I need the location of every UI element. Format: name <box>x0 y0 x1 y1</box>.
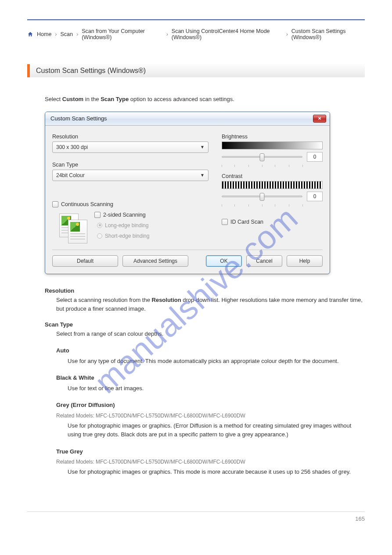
cancel-button[interactable]: Cancel <box>246 255 282 267</box>
chevron-right-icon: › <box>286 31 288 37</box>
resolution-label: Resolution <box>52 134 209 140</box>
slider-ticks <box>222 163 302 167</box>
lead-text: Select <box>45 96 62 102</box>
caret-down-icon: ▼ <box>200 145 205 149</box>
scantype-label: Scan Type <box>52 162 209 168</box>
breadcrumb-item[interactable]: Custom Scan Settings (Windows®) <box>291 28 365 40</box>
contrast-slider[interactable] <box>222 196 302 197</box>
field-bw-desc: Use for text or line art images. <box>68 384 365 393</box>
continuous-label: Continuous Scanning <box>61 201 113 207</box>
home-icon[interactable] <box>27 31 33 37</box>
contrast-pattern <box>222 181 323 189</box>
field-resolution-name: Resolution <box>45 287 365 294</box>
dialog-titlebar: Custom Scan Settings ✕ <box>45 112 330 126</box>
scantype-select[interactable]: 24bit Colour ▼ <box>52 170 209 181</box>
section-header: Custom Scan Settings (Windows®) <box>27 64 365 77</box>
radio-icon <box>97 233 102 239</box>
section-title: Custom Scan Settings (Windows®) <box>36 67 146 75</box>
lead-bold: Custom <box>62 96 83 102</box>
lead-text: in the <box>83 96 101 102</box>
breadcrumb-item[interactable]: Scan Using ControlCenter4 Home Mode (Win… <box>172 28 283 40</box>
checkbox-icon <box>222 219 228 225</box>
two-sided-checkbox[interactable]: 2-sided Scanning <box>94 212 209 218</box>
chevron-right-icon: › <box>166 31 168 37</box>
brightness-value[interactable]: 0 <box>307 152 323 162</box>
field-truegrey-desc: Use for photographic images or graphics.… <box>68 468 365 476</box>
section-accent <box>27 64 30 77</box>
continuous-scanning-checkbox[interactable]: Continuous Scanning <box>52 201 209 207</box>
slider-thumb-icon[interactable] <box>260 153 265 161</box>
advanced-settings-button[interactable]: Advanced Settings <box>122 255 188 267</box>
slider-ticks <box>222 203 302 207</box>
long-edge-radio: Long-edge binding <box>97 222 209 229</box>
field-scantype-desc: Select from a range of scan colour depth… <box>56 330 365 338</box>
short-edge-radio: Short-edge binding <box>97 233 209 239</box>
long-edge-label: Long-edge binding <box>105 222 148 229</box>
idcard-checkbox[interactable]: ID Card Scan <box>222 219 323 225</box>
field-bw-name: Black & White <box>56 374 365 382</box>
two-sided-label: 2-sided Scanning <box>103 212 146 218</box>
brightness-label: Brightness <box>222 134 323 140</box>
lead-text: option to access advanced scan settings. <box>129 96 234 102</box>
radio-icon <box>97 223 102 228</box>
dialog-title: Custom Scan Settings <box>50 115 107 122</box>
field-scantype-name: Scan Type <box>45 321 365 328</box>
lead-bold: Scan Type <box>101 96 129 102</box>
breadcrumb-item[interactable]: Scan from Your Computer (Windows®) <box>82 28 162 40</box>
breadcrumb: Home › Scan › Scan from Your Computer (W… <box>27 28 365 40</box>
field-truegrey-name: True Grey <box>56 447 365 456</box>
scantype-value: 24bit Colour <box>56 172 85 178</box>
slider-thumb-icon[interactable] <box>260 193 265 201</box>
lead-paragraph: Select Custom in the Scan Type option to… <box>45 95 365 104</box>
top-rule <box>27 19 365 20</box>
ok-button[interactable]: OK <box>206 255 242 267</box>
two-sided-illustration <box>59 214 88 245</box>
checkbox-icon <box>94 212 101 218</box>
contrast-label: Contrast <box>222 173 323 179</box>
help-button[interactable]: Help <box>287 255 323 267</box>
resolution-value: 300 x 300 dpi <box>56 144 88 150</box>
contrast-value[interactable]: 0 <box>307 192 323 201</box>
field-auto-desc: Use for any type of document. This mode … <box>68 357 365 366</box>
field-grey-desc: Use for photographic images or graphics.… <box>68 421 365 439</box>
default-button[interactable]: Default <box>52 255 118 267</box>
custom-scan-dialog: Custom Scan Settings ✕ Resolution 300 x … <box>45 112 330 274</box>
chevron-right-icon: › <box>55 31 57 37</box>
chevron-right-icon: › <box>76 31 78 37</box>
idcard-label: ID Card Scan <box>230 219 263 225</box>
brightness-gradient <box>222 141 323 149</box>
close-button[interactable]: ✕ <box>313 115 326 123</box>
short-edge-label: Short-edge binding <box>105 233 149 239</box>
field-grey-models: Related Models: MFC-L5700DN/MFC-L5750DW/… <box>56 412 365 420</box>
field-truegrey-models: Related Models: MFC-L5700DN/MFC-L5750DW/… <box>56 458 365 466</box>
page-number: 165 <box>27 511 365 522</box>
field-grey-name: Grey (Error Diffusion) <box>56 401 365 410</box>
caret-down-icon: ▼ <box>200 173 205 178</box>
breadcrumb-item[interactable]: Scan <box>61 31 73 37</box>
brightness-slider[interactable] <box>222 156 302 158</box>
close-icon: ✕ <box>318 116 321 121</box>
field-auto-name: Auto <box>56 346 365 355</box>
breadcrumb-item[interactable]: Home <box>37 31 51 37</box>
resolution-select[interactable]: 300 x 300 dpi ▼ <box>52 141 209 153</box>
field-resolution-desc: Select a scanning resolution from the Re… <box>56 296 365 313</box>
checkbox-icon <box>52 201 58 207</box>
